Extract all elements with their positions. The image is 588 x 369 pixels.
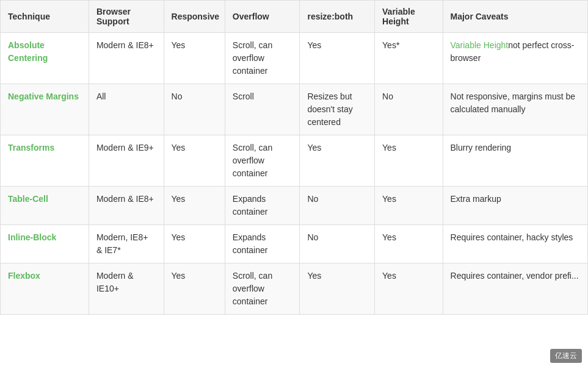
cell-resize: Yes [300,263,375,315]
header-resize: resize:both [300,1,375,33]
cell-responsive: Yes [164,33,225,84]
cell-browser: Modern & IE10+ [89,263,164,315]
table-row: TransformsModern & IE9+YesScroll, can ov… [1,135,588,187]
table-row: Inline-BlockModern, IE8+ & IE7*YesExpand… [1,225,588,263]
cell-variable-height: Yes [375,225,443,263]
cell-caveats: Requires container, vendor prefi... [443,263,587,315]
cell-variable-height: Yes [375,135,443,187]
header-overflow: Overflow [225,1,300,33]
header-responsive: Responsive [164,1,225,33]
cell-resize: Resizes but doesn't stay centered [300,84,375,135]
cell-caveats: Variable Heightnot perfect cross-browser [443,33,587,84]
header-technique: Technique [1,1,89,33]
cell-responsive: Yes [164,263,225,315]
cell-overflow: Scroll, can overflow container [225,135,300,187]
cell-caveats: Extra markup [443,187,587,225]
cell-technique: Transforms [1,135,89,187]
cell-browser: Modern & IE8+ [89,187,164,225]
cell-caveats: Requires container, hacky styles [443,225,587,263]
cell-resize: No [300,187,375,225]
cell-technique: Absolute Centering [1,33,89,84]
header-caveats: Major Caveats [443,1,587,33]
header-browser: Browser Support [89,1,164,33]
cell-responsive: Yes [164,187,225,225]
header-variable: Variable Height [375,1,443,33]
cell-responsive: Yes [164,135,225,187]
cell-resize: No [300,225,375,263]
cell-caveats: Not responsive, margins must be calculat… [443,84,587,135]
cell-technique: Table-Cell [1,187,89,225]
cell-overflow: Expands container [225,187,300,225]
cell-variable-height: No [375,84,443,135]
table-row: Negative MarginsAllNoScrollResizes but d… [1,84,588,135]
cell-technique: Negative Margins [1,84,89,135]
cell-overflow: Expands container [225,225,300,263]
cell-variable-height: Yes [375,187,443,225]
cell-resize: Yes [300,33,375,84]
cell-browser: All [89,84,164,135]
cell-variable-height: Yes* [375,33,443,84]
table-row: FlexboxModern & IE10+YesScroll, can over… [1,263,588,315]
cell-browser: Modern, IE8+ & IE7* [89,225,164,263]
table-row: Absolute CenteringModern & IE8+YesScroll… [1,33,588,84]
cell-overflow: Scroll, can overflow container [225,263,300,315]
cell-browser: Modern & IE9+ [89,135,164,187]
table-row: Table-CellModern & IE8+YesExpands contai… [1,187,588,225]
cell-caveats: Blurry rendering [443,135,587,187]
cell-responsive: Yes [164,225,225,263]
cell-overflow: Scroll, can overflow container [225,33,300,84]
cell-resize: Yes [300,135,375,187]
cell-technique: Flexbox [1,263,89,315]
cell-overflow: Scroll [225,84,300,135]
cell-responsive: No [164,84,225,135]
caveats-link[interactable]: Variable Height [451,40,509,50]
cell-variable-height: Yes [375,263,443,315]
cell-technique: Inline-Block [1,225,89,263]
cell-browser: Modern & IE8+ [89,33,164,84]
